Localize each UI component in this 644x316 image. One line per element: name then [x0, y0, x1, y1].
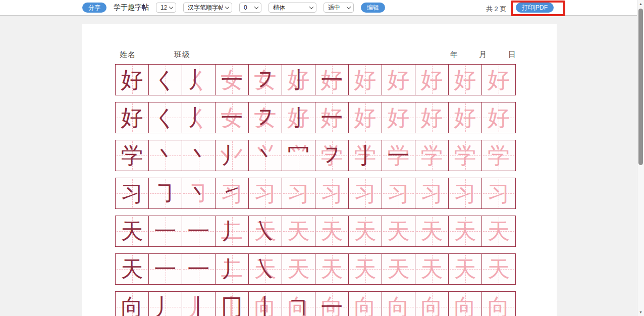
practice-cell: 二丿 — [216, 254, 249, 284]
practice-cell: 习 — [116, 178, 149, 208]
practice-cell: ⺍丶 — [249, 140, 282, 171]
stroke-character: 丨 — [249, 292, 282, 316]
practice-cell: 天 — [482, 254, 515, 284]
trace-character: 向 — [415, 292, 448, 316]
stroke-character: 一 — [149, 216, 182, 246]
share-button[interactable]: 分享 — [82, 3, 106, 13]
practice-cell: 天 — [449, 216, 482, 246]
practice-cell: 女一 — [216, 102, 249, 133]
practice-cell: 学一 — [382, 140, 415, 171]
practice-cell: 天㇏ — [249, 254, 282, 284]
stroke-character: 丶 — [182, 178, 215, 208]
scroll-up-icon[interactable]: ▲ — [637, 2, 644, 6]
trace-character: 习 — [282, 178, 315, 208]
stroke-character: 丿 — [216, 254, 248, 284]
count-select-wrapper: 0 — [239, 3, 261, 13]
trace-character: 习 — [449, 178, 481, 208]
practice-cell: 好 — [382, 102, 415, 133]
font-style-select-wrapper: 楷体 — [269, 3, 316, 13]
practice-cell: ⺍冖 — [282, 140, 315, 171]
print-pdf-button[interactable]: 打印|PDF — [516, 3, 554, 13]
character-row-好: 好くく丿女一女㇇好亅好一好好好好好 — [115, 102, 516, 133]
trace-character: 天 — [415, 254, 448, 284]
practice-cell: 好一 — [315, 65, 349, 95]
practice-cell: く丿 — [182, 65, 216, 95]
stroke-character: 丿 — [182, 65, 215, 95]
practice-cell: 天 — [282, 216, 315, 246]
workspace: 姓名 班级 年 月 日 好くく丿女一女㇇好亅好一好好好好好好くく丿女一女㇇好亅好… — [0, 16, 637, 316]
practice-cell: 好 — [449, 102, 482, 133]
stroke-character: 丿 — [216, 216, 248, 246]
trace-character: 天 — [315, 216, 348, 246]
scroll-down-icon[interactable]: ▼ — [637, 310, 644, 314]
practice-cell: ㇆ — [149, 178, 182, 208]
stroke-character: ㇇ — [315, 140, 348, 171]
trace-character: 向 — [382, 292, 415, 316]
day-label: 日 — [508, 50, 516, 60]
trace-character: 向 — [449, 292, 481, 316]
trace-character: 天 — [449, 216, 481, 246]
trace-character: 好 — [415, 65, 448, 95]
class-label: 班级 — [174, 50, 190, 60]
practice-cell: 一一 — [182, 216, 216, 246]
trace-character: 好 — [382, 102, 415, 133]
stroke-character: く — [149, 102, 182, 133]
practice-cell: 习 — [315, 178, 349, 208]
density-select[interactable]: 适中 — [324, 3, 354, 13]
practice-cell: 学 — [482, 140, 515, 171]
practice-cell: 向 — [116, 292, 149, 316]
trace-character: 好 — [449, 65, 481, 95]
trace-character: 好 — [449, 102, 481, 133]
count-select[interactable]: 0 — [239, 3, 261, 13]
practice-cell: 向 — [449, 292, 482, 316]
practice-cell: 天㇏ — [249, 216, 282, 246]
practice-cell: 天 — [415, 254, 449, 284]
trace-character: 天 — [382, 254, 415, 284]
trace-character: 习 — [382, 178, 415, 208]
copybook-type-select[interactable]: 汉字笔顺字帖 — [183, 3, 232, 13]
practice-cell: 女㇇ — [249, 65, 282, 95]
practice-cell: 好亅 — [282, 102, 315, 133]
practice-grid: 好くく丿女一女㇇好亅好一好好好好好好くく丿女一女㇇好亅好一好好好好好学丶丶丶丷丿… — [115, 64, 516, 316]
edit-button[interactable]: 编辑 — [361, 3, 385, 13]
trace-character: 好 — [415, 102, 448, 133]
scrollbar-thumb[interactable] — [638, 9, 643, 165]
practice-cell: 天 — [315, 216, 349, 246]
trace-character: 习 — [315, 178, 348, 208]
practice-cell: 向㇕ — [282, 292, 315, 316]
practice-cell: 丶丶 — [182, 140, 216, 171]
practice-cell: 习 — [449, 178, 482, 208]
practice-cell: 向一 — [315, 292, 349, 316]
trace-character: 好 — [482, 102, 515, 133]
practice-cell: 好一 — [315, 102, 349, 133]
trace-character: 学 — [482, 140, 515, 171]
trace-character: 天 — [315, 254, 348, 284]
practice-cell: 天 — [415, 216, 449, 246]
trace-character: 天 — [282, 216, 315, 246]
practice-cell: 丿 — [149, 292, 182, 316]
practice-cell: 好 — [116, 65, 149, 95]
brand-title: 学于趣字帖 — [114, 3, 149, 12]
practice-cell: 丷丿 — [216, 140, 249, 171]
practice-cell: 学亅 — [349, 140, 382, 171]
trace-character: 好 — [349, 102, 382, 133]
font-style-select[interactable]: 楷体 — [269, 3, 316, 13]
font-size-select[interactable]: 12 — [156, 3, 176, 13]
practice-cell: 丨冂 — [216, 292, 249, 316]
practice-cell: 习 — [249, 178, 282, 208]
stroke-character: 丶 — [249, 140, 282, 171]
stroke-character: 天 — [116, 254, 148, 284]
stroke-character: 一 — [315, 65, 348, 95]
character-row-天: 天一一一二丿天㇏天天天天天天天 — [115, 253, 516, 285]
page-count-label: 共 2 页 — [486, 5, 506, 14]
practice-cell: 好 — [482, 102, 515, 133]
stroke-character: 一 — [216, 102, 248, 133]
trace-character: 习 — [482, 178, 515, 208]
scrollbar[interactable]: ▲ ▼ — [637, 0, 644, 316]
trace-character: 天 — [349, 216, 382, 246]
trace-character: 好 — [349, 65, 382, 95]
practice-cell: 天 — [315, 254, 349, 284]
stroke-character: 习 — [116, 178, 148, 208]
practice-cell: 学 — [116, 140, 149, 171]
practice-cell: 好 — [449, 65, 482, 95]
